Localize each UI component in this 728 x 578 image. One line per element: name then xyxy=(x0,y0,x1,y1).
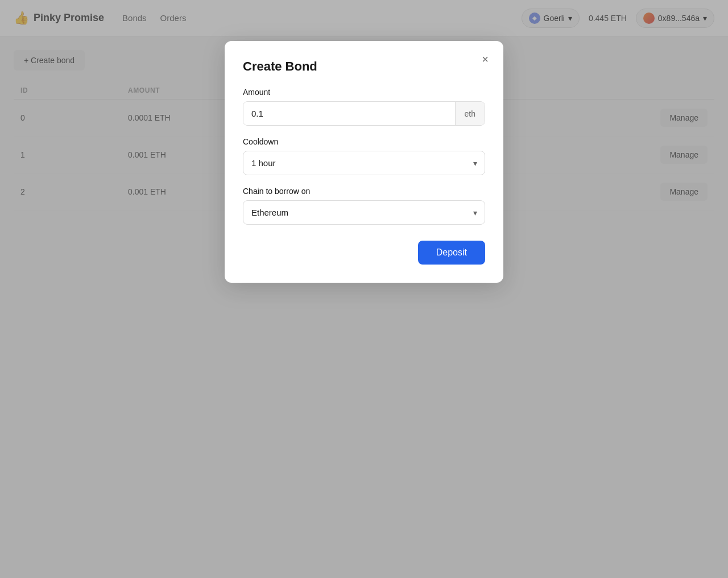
deposit-button[interactable]: Deposit xyxy=(418,241,485,265)
cooldown-select[interactable]: 1 hour2 hours6 hours12 hours24 hours xyxy=(243,151,485,175)
modal-title: Create Bond xyxy=(243,59,485,74)
chain-select[interactable]: EthereumPolygonArbitrumOptimism xyxy=(243,200,485,225)
cooldown-select-wrapper: 1 hour2 hours6 hours12 hours24 hours ▾ xyxy=(243,151,485,175)
amount-input-wrapper: eth xyxy=(243,101,485,126)
chain-select-wrapper: EthereumPolygonArbitrumOptimism ▾ xyxy=(243,200,485,225)
chain-group: Chain to borrow on EthereumPolygonArbitr… xyxy=(243,187,485,225)
amount-suffix: eth xyxy=(455,102,485,125)
cooldown-group: Cooldown 1 hour2 hours6 hours12 hours24 … xyxy=(243,137,485,175)
cooldown-label: Cooldown xyxy=(243,137,485,146)
create-bond-modal: × Create Bond Amount eth Cooldown 1 hour… xyxy=(225,41,503,283)
modal-close-button[interactable]: × xyxy=(476,50,494,68)
amount-label: Amount xyxy=(243,88,485,97)
modal-footer: Deposit xyxy=(243,241,485,265)
amount-input[interactable] xyxy=(243,102,455,125)
chain-label: Chain to borrow on xyxy=(243,187,485,196)
amount-group: Amount eth xyxy=(243,88,485,126)
modal-overlay: × Create Bond Amount eth Cooldown 1 hour… xyxy=(0,0,728,578)
